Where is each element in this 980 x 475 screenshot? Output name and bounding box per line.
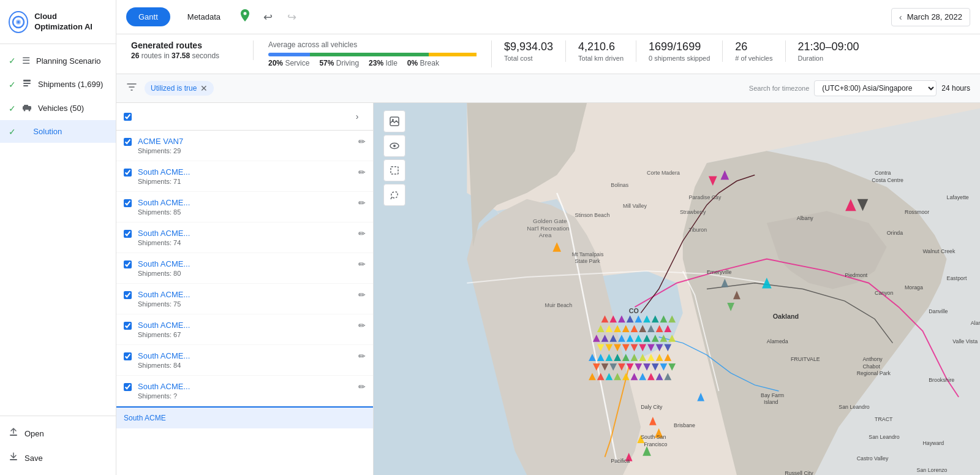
vehicle-list-item[interactable]: ACME VAN7 Shipments: 29 ✏ xyxy=(116,131,373,161)
svg-text:Lafayette: Lafayette xyxy=(947,194,969,200)
sidebar-item-vehicles[interactable]: ✓ Vehicles (50) xyxy=(0,96,116,120)
date-prev-arrow[interactable]: ‹ xyxy=(899,12,902,22)
total-km-value: 4,210.6 xyxy=(578,40,624,53)
vehicle-edit-button[interactable]: ✏ xyxy=(358,259,366,269)
vehicle-list-item[interactable]: South ACME... Shipments: 74 ✏ xyxy=(116,222,373,253)
undo-button[interactable]: ↩ xyxy=(260,7,276,28)
generated-routes-section: Generated routes 26 routes in 37.58 seco… xyxy=(131,40,254,60)
svg-text:Mill Valley: Mill Valley xyxy=(623,203,647,209)
vehicle-list-item[interactable]: South ACME... Shipments: 80 ✏ xyxy=(116,253,373,284)
svg-rect-10 xyxy=(10,435,17,436)
vehicle-info: South ACME... Shipments: 85 xyxy=(138,198,352,216)
vehicle-checkbox[interactable] xyxy=(124,352,132,360)
vehicle-checkbox[interactable] xyxy=(124,169,132,177)
total-km-block: 4,210.6 Total km driven xyxy=(566,40,636,62)
vehicle-list-item[interactable]: South ACME... Shipments: 84 ✏ xyxy=(116,345,373,376)
vehicle-shipments: Shipments: 85 xyxy=(138,208,352,216)
map-eye-tool[interactable] xyxy=(383,135,405,157)
svg-text:San Leandro: San Leandro xyxy=(869,434,899,440)
redo-button[interactable]: ↪ xyxy=(284,7,300,28)
south-acme-footer: South ACME xyxy=(116,406,373,428)
save-button[interactable]: Save xyxy=(0,446,116,470)
vehicle-list-item[interactable]: South ACME... Shipments: 75 ✏ xyxy=(116,284,373,314)
vehicle-edit-button[interactable]: ✏ xyxy=(358,137,366,146)
open-icon xyxy=(9,427,18,439)
vehicle-list: › ACME VAN7 Shipments: 29 ✏ South ACME..… xyxy=(116,103,374,475)
svg-text:Golden Gate: Golden Gate xyxy=(533,218,567,224)
vehicle-list-item[interactable]: South ACME... Shipments: 85 ✏ xyxy=(116,192,373,222)
map-lasso-tool[interactable] xyxy=(383,184,405,206)
vehicle-edit-button[interactable]: ✏ xyxy=(358,167,366,177)
vehicle-list-header: › xyxy=(116,103,373,131)
collapse-list-button[interactable]: › xyxy=(349,108,366,125)
vehicle-checkbox[interactable] xyxy=(124,322,132,330)
vehicle-checkbox[interactable] xyxy=(124,138,132,146)
routes-count: 26 xyxy=(131,51,139,60)
svg-text:Costa Centre: Costa Centre xyxy=(872,177,903,183)
vehicle-edit-button[interactable]: ✏ xyxy=(358,198,366,208)
vehicle-checkbox[interactable] xyxy=(124,230,132,238)
utilized-filter-chip[interactable]: Utilized is true ✕ xyxy=(145,81,214,96)
sidebar-item-planning[interactable]: ✓ ☰ Planning Scenario xyxy=(0,49,116,72)
vehicle-checkbox[interactable] xyxy=(124,383,132,391)
check-icon-solution: ✓ xyxy=(9,127,16,137)
svg-point-12 xyxy=(244,12,247,15)
vehicle-name: South ACME... xyxy=(138,290,352,299)
driving-bar xyxy=(310,53,429,56)
map-pin-icon[interactable] xyxy=(238,8,252,26)
check-icon-vehicles: ✓ xyxy=(9,104,16,113)
svg-point-9 xyxy=(29,110,31,112)
open-button[interactable]: Open xyxy=(0,421,116,446)
svg-point-16 xyxy=(393,145,396,147)
vehicle-list-item[interactable]: South ACME... Shipments: ? ✏ xyxy=(116,376,373,406)
solution-icon xyxy=(22,126,27,137)
select-all-checkbox[interactable] xyxy=(124,113,132,121)
vehicle-checkbox[interactable] xyxy=(124,291,132,299)
svg-text:Pacifica: Pacifica xyxy=(611,458,630,464)
date-label: March 28, 2022 xyxy=(907,12,962,21)
vehicle-info: South ACME... Shipments: 71 xyxy=(138,167,352,185)
vehicle-list-item[interactable]: South ACME... Shipments: 67 ✏ xyxy=(116,314,373,345)
progress-bar xyxy=(268,53,477,56)
timezone-section: Search for timezone (UTC+8:00) Asia/Sing… xyxy=(749,80,970,96)
vehicle-name: South ACME... xyxy=(138,259,352,268)
vehicle-checkbox[interactable] xyxy=(124,199,132,207)
app-logo-icon xyxy=(9,11,28,33)
routes-time: 37.58 xyxy=(172,51,190,60)
vehicles-block: 26 # of vehicles xyxy=(723,40,785,62)
shipments-skipped: 0 shipments skipped xyxy=(649,55,710,62)
svg-text:Strawberry: Strawberry xyxy=(680,209,706,215)
svg-text:Francisco: Francisco xyxy=(644,441,667,447)
sidebar-item-shipments[interactable]: ✓ Shipments (1,699) xyxy=(0,72,116,96)
metadata-button[interactable]: Metadata xyxy=(178,7,230,26)
vehicle-edit-button[interactable]: ✏ xyxy=(358,382,366,392)
vehicle-edit-button[interactable]: ✏ xyxy=(358,321,366,330)
vehicle-edit-button[interactable]: ✏ xyxy=(358,351,366,361)
filter-icon-button[interactable] xyxy=(126,82,137,96)
svg-text:Bay Farm: Bay Farm xyxy=(761,392,784,398)
svg-text:Stinson Beach: Stinson Beach xyxy=(575,212,610,218)
svg-text:Tiburon: Tiburon xyxy=(689,227,707,233)
filter-chip-close-icon[interactable]: ✕ xyxy=(200,83,208,93)
vehicle-edit-button[interactable]: ✏ xyxy=(358,229,366,238)
map-area[interactable]: Golden Gate Nat'l Recreation Area CO Oak… xyxy=(374,103,980,475)
driving-label: 57% Driving xyxy=(319,59,359,67)
svg-rect-5 xyxy=(23,85,28,86)
duration-value: 21:30–09:00 xyxy=(798,40,859,53)
vehicle-list-item[interactable]: South ACME... Shipments: 71 ✏ xyxy=(116,161,373,192)
sidebar-item-solution[interactable]: ✓ Solution xyxy=(0,120,116,143)
timezone-select[interactable]: (UTC+8:00) Asia/Singapore xyxy=(814,80,937,96)
map-image-tool[interactable] xyxy=(383,110,405,132)
map-select-tool[interactable] xyxy=(383,159,405,181)
vehicles-icon xyxy=(22,102,32,114)
svg-text:Canyon: Canyon xyxy=(875,290,893,296)
vehicle-checkbox[interactable] xyxy=(124,260,132,268)
check-icon-planning: ✓ xyxy=(9,56,16,66)
vehicle-edit-button[interactable]: ✏ xyxy=(358,290,366,300)
gantt-button[interactable]: Gantt xyxy=(126,7,170,26)
generated-routes-title: Generated routes xyxy=(131,40,238,50)
total-cost-block: $9,934.03 Total cost xyxy=(492,40,566,62)
svg-rect-4 xyxy=(23,83,31,84)
vehicles-container: ACME VAN7 Shipments: 29 ✏ South ACME... … xyxy=(116,131,373,406)
svg-text:Hayward: Hayward xyxy=(922,440,944,446)
